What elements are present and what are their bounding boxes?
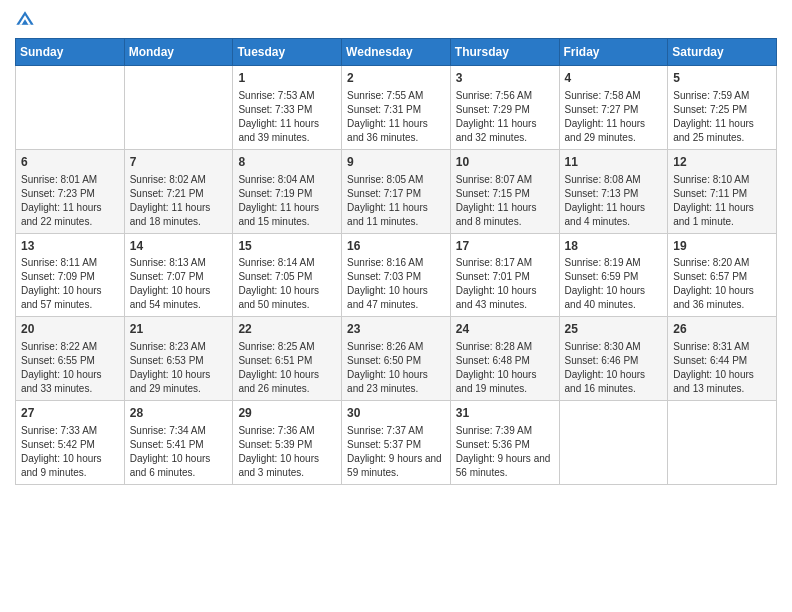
day-info: Sunrise: 8:04 AM Sunset: 7:19 PM Dayligh…: [238, 174, 319, 227]
calendar-cell: 9Sunrise: 8:05 AM Sunset: 7:17 PM Daylig…: [342, 149, 451, 233]
calendar-cell: 24Sunrise: 8:28 AM Sunset: 6:48 PM Dayli…: [450, 317, 559, 401]
day-info: Sunrise: 8:10 AM Sunset: 7:11 PM Dayligh…: [673, 174, 754, 227]
day-info: Sunrise: 7:56 AM Sunset: 7:29 PM Dayligh…: [456, 90, 537, 143]
day-number: 14: [130, 238, 228, 255]
day-number: 3: [456, 70, 554, 87]
day-number: 30: [347, 405, 445, 422]
calendar-cell: 26Sunrise: 8:31 AM Sunset: 6:44 PM Dayli…: [668, 317, 777, 401]
calendar-cell: 17Sunrise: 8:17 AM Sunset: 7:01 PM Dayli…: [450, 233, 559, 317]
day-info: Sunrise: 8:20 AM Sunset: 6:57 PM Dayligh…: [673, 257, 754, 310]
calendar-cell: 27Sunrise: 7:33 AM Sunset: 5:42 PM Dayli…: [16, 401, 125, 485]
day-info: Sunrise: 7:34 AM Sunset: 5:41 PM Dayligh…: [130, 425, 211, 478]
day-info: Sunrise: 8:19 AM Sunset: 6:59 PM Dayligh…: [565, 257, 646, 310]
day-number: 18: [565, 238, 663, 255]
day-number: 24: [456, 321, 554, 338]
calendar-cell: [559, 401, 668, 485]
weekday-header-row: SundayMondayTuesdayWednesdayThursdayFrid…: [16, 39, 777, 66]
calendar-cell: 18Sunrise: 8:19 AM Sunset: 6:59 PM Dayli…: [559, 233, 668, 317]
day-number: 22: [238, 321, 336, 338]
calendar-cell: 23Sunrise: 8:26 AM Sunset: 6:50 PM Dayli…: [342, 317, 451, 401]
day-info: Sunrise: 8:30 AM Sunset: 6:46 PM Dayligh…: [565, 341, 646, 394]
logo: [15, 10, 37, 30]
day-number: 17: [456, 238, 554, 255]
day-info: Sunrise: 8:25 AM Sunset: 6:51 PM Dayligh…: [238, 341, 319, 394]
calendar-cell: 22Sunrise: 8:25 AM Sunset: 6:51 PM Dayli…: [233, 317, 342, 401]
day-number: 11: [565, 154, 663, 171]
day-number: 4: [565, 70, 663, 87]
calendar-week-row: 13Sunrise: 8:11 AM Sunset: 7:09 PM Dayli…: [16, 233, 777, 317]
logo-icon: [15, 10, 35, 30]
calendar-cell: [124, 66, 233, 150]
day-number: 1: [238, 70, 336, 87]
calendar-cell: 14Sunrise: 8:13 AM Sunset: 7:07 PM Dayli…: [124, 233, 233, 317]
day-number: 9: [347, 154, 445, 171]
calendar-cell: 2Sunrise: 7:55 AM Sunset: 7:31 PM Daylig…: [342, 66, 451, 150]
day-info: Sunrise: 7:33 AM Sunset: 5:42 PM Dayligh…: [21, 425, 102, 478]
calendar-cell: 7Sunrise: 8:02 AM Sunset: 7:21 PM Daylig…: [124, 149, 233, 233]
day-info: Sunrise: 8:16 AM Sunset: 7:03 PM Dayligh…: [347, 257, 428, 310]
calendar-cell: 4Sunrise: 7:58 AM Sunset: 7:27 PM Daylig…: [559, 66, 668, 150]
calendar-cell: 20Sunrise: 8:22 AM Sunset: 6:55 PM Dayli…: [16, 317, 125, 401]
day-number: 20: [21, 321, 119, 338]
calendar-cell: 3Sunrise: 7:56 AM Sunset: 7:29 PM Daylig…: [450, 66, 559, 150]
calendar-cell: 8Sunrise: 8:04 AM Sunset: 7:19 PM Daylig…: [233, 149, 342, 233]
day-number: 16: [347, 238, 445, 255]
calendar-cell: 10Sunrise: 8:07 AM Sunset: 7:15 PM Dayli…: [450, 149, 559, 233]
calendar-week-row: 6Sunrise: 8:01 AM Sunset: 7:23 PM Daylig…: [16, 149, 777, 233]
page: SundayMondayTuesdayWednesdayThursdayFrid…: [0, 0, 792, 612]
header: [15, 10, 777, 30]
calendar-cell: 15Sunrise: 8:14 AM Sunset: 7:05 PM Dayli…: [233, 233, 342, 317]
calendar-cell: 29Sunrise: 7:36 AM Sunset: 5:39 PM Dayli…: [233, 401, 342, 485]
day-number: 10: [456, 154, 554, 171]
day-number: 31: [456, 405, 554, 422]
day-number: 2: [347, 70, 445, 87]
weekday-header-cell: Thursday: [450, 39, 559, 66]
day-number: 13: [21, 238, 119, 255]
calendar-cell: 19Sunrise: 8:20 AM Sunset: 6:57 PM Dayli…: [668, 233, 777, 317]
day-number: 6: [21, 154, 119, 171]
weekday-header-cell: Wednesday: [342, 39, 451, 66]
day-info: Sunrise: 8:11 AM Sunset: 7:09 PM Dayligh…: [21, 257, 102, 310]
calendar-cell: 1Sunrise: 7:53 AM Sunset: 7:33 PM Daylig…: [233, 66, 342, 150]
day-info: Sunrise: 7:36 AM Sunset: 5:39 PM Dayligh…: [238, 425, 319, 478]
calendar-cell: 5Sunrise: 7:59 AM Sunset: 7:25 PM Daylig…: [668, 66, 777, 150]
weekday-header-cell: Sunday: [16, 39, 125, 66]
day-info: Sunrise: 7:55 AM Sunset: 7:31 PM Dayligh…: [347, 90, 428, 143]
calendar-cell: 25Sunrise: 8:30 AM Sunset: 6:46 PM Dayli…: [559, 317, 668, 401]
day-info: Sunrise: 8:07 AM Sunset: 7:15 PM Dayligh…: [456, 174, 537, 227]
day-info: Sunrise: 7:59 AM Sunset: 7:25 PM Dayligh…: [673, 90, 754, 143]
day-info: Sunrise: 8:17 AM Sunset: 7:01 PM Dayligh…: [456, 257, 537, 310]
day-info: Sunrise: 8:28 AM Sunset: 6:48 PM Dayligh…: [456, 341, 537, 394]
calendar-week-row: 1Sunrise: 7:53 AM Sunset: 7:33 PM Daylig…: [16, 66, 777, 150]
day-number: 15: [238, 238, 336, 255]
day-number: 8: [238, 154, 336, 171]
calendar-body: 1Sunrise: 7:53 AM Sunset: 7:33 PM Daylig…: [16, 66, 777, 485]
calendar-cell: 28Sunrise: 7:34 AM Sunset: 5:41 PM Dayli…: [124, 401, 233, 485]
weekday-header-cell: Monday: [124, 39, 233, 66]
day-info: Sunrise: 7:37 AM Sunset: 5:37 PM Dayligh…: [347, 425, 442, 478]
calendar-cell: 21Sunrise: 8:23 AM Sunset: 6:53 PM Dayli…: [124, 317, 233, 401]
calendar-table: SundayMondayTuesdayWednesdayThursdayFrid…: [15, 38, 777, 485]
calendar-cell: 6Sunrise: 8:01 AM Sunset: 7:23 PM Daylig…: [16, 149, 125, 233]
day-number: 23: [347, 321, 445, 338]
calendar-cell: 12Sunrise: 8:10 AM Sunset: 7:11 PM Dayli…: [668, 149, 777, 233]
day-number: 26: [673, 321, 771, 338]
day-number: 27: [21, 405, 119, 422]
day-number: 12: [673, 154, 771, 171]
calendar-week-row: 20Sunrise: 8:22 AM Sunset: 6:55 PM Dayli…: [16, 317, 777, 401]
calendar-cell: 11Sunrise: 8:08 AM Sunset: 7:13 PM Dayli…: [559, 149, 668, 233]
day-info: Sunrise: 8:14 AM Sunset: 7:05 PM Dayligh…: [238, 257, 319, 310]
weekday-header-cell: Friday: [559, 39, 668, 66]
day-number: 28: [130, 405, 228, 422]
day-number: 7: [130, 154, 228, 171]
day-info: Sunrise: 7:53 AM Sunset: 7:33 PM Dayligh…: [238, 90, 319, 143]
day-number: 29: [238, 405, 336, 422]
day-info: Sunrise: 8:26 AM Sunset: 6:50 PM Dayligh…: [347, 341, 428, 394]
day-info: Sunrise: 7:39 AM Sunset: 5:36 PM Dayligh…: [456, 425, 551, 478]
day-number: 5: [673, 70, 771, 87]
calendar-cell: 30Sunrise: 7:37 AM Sunset: 5:37 PM Dayli…: [342, 401, 451, 485]
day-info: Sunrise: 8:23 AM Sunset: 6:53 PM Dayligh…: [130, 341, 211, 394]
day-info: Sunrise: 7:58 AM Sunset: 7:27 PM Dayligh…: [565, 90, 646, 143]
calendar-cell: 16Sunrise: 8:16 AM Sunset: 7:03 PM Dayli…: [342, 233, 451, 317]
day-info: Sunrise: 8:01 AM Sunset: 7:23 PM Dayligh…: [21, 174, 102, 227]
